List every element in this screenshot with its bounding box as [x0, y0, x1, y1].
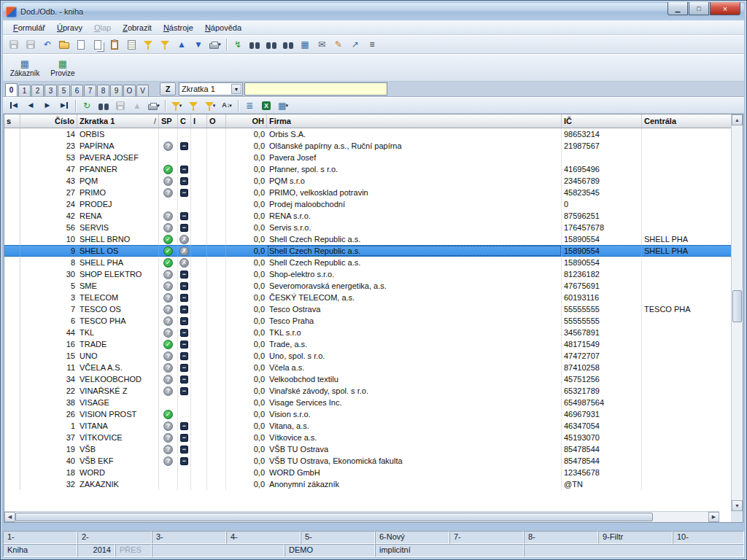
- search-column-combo[interactable]: Zkratka 1 ▼: [179, 82, 243, 96]
- numbered-list-icon[interactable]: ≣: [241, 98, 258, 113]
- vertical-scrollbar[interactable]: ▲ ▼: [731, 114, 743, 511]
- table-row[interactable]: 30SHOP ELEKTRO?−0,0Shop-elektro s.r.o.81…: [4, 268, 731, 280]
- table-row[interactable]: 44TKL?−0,0TKL s.r.o34567891: [4, 327, 731, 338]
- tab-o[interactable]: O: [123, 85, 136, 96]
- move-down-icon[interactable]: ▼: [190, 37, 206, 52]
- chevron-down-icon[interactable]: ▾: [285, 103, 288, 109]
- column-header-ic[interactable]: IČ: [562, 114, 642, 128]
- filter-add-icon[interactable]: [157, 37, 173, 52]
- excel-icon[interactable]: X: [258, 98, 274, 113]
- column-header-c[interactable]: C: [178, 114, 191, 128]
- new-icon[interactable]: [73, 37, 89, 52]
- table-row[interactable]: 43PQM?−0,0PQM s.r.o23456789: [4, 175, 731, 187]
- table-row[interactable]: 24PRODEJ0,0Prodej maloobchodní0: [4, 198, 731, 210]
- minimize-button[interactable]: ▁: [667, 2, 688, 15]
- table-row[interactable]: 1VITANA?−0,0Vitana, a.s.46347054: [4, 420, 731, 432]
- scroll-left-button[interactable]: ◀: [4, 512, 15, 522]
- edit-icon[interactable]: ✎: [330, 37, 347, 52]
- search-input[interactable]: [244, 82, 387, 96]
- z-button[interactable]: Z: [160, 82, 176, 96]
- tab-6[interactable]: 6: [71, 85, 83, 96]
- table-row[interactable]: 22VINAŘSKÉ Z?−0,0Vinařské závody, spol. …: [4, 385, 731, 397]
- vertical-scroll-track[interactable]: [732, 125, 743, 500]
- provize-button[interactable]: ▦ Provize: [45, 55, 80, 80]
- undo-icon[interactable]: ↶: [39, 37, 55, 52]
- table-row[interactable]: 38VISAGE0,0Visage Services Inc.654987564: [4, 397, 731, 408]
- move-up-icon[interactable]: ▲: [174, 37, 190, 52]
- chevron-down-icon[interactable]: ▾: [229, 103, 232, 109]
- prev-icon[interactable]: ◀: [23, 98, 39, 113]
- table-row[interactable]: 53PAVERA JOSEF0,0Pavera Josef: [4, 152, 731, 163]
- close-button[interactable]: ×: [710, 2, 740, 15]
- open-icon[interactable]: [56, 37, 72, 52]
- column-header-i[interactable]: I: [191, 114, 207, 128]
- scroll-right-button[interactable]: ▶: [708, 512, 719, 522]
- vertical-scroll-thumb[interactable]: [732, 290, 742, 322]
- table-row[interactable]: 56SERVIS?−0,0Servis s.r.o.176457678: [4, 222, 731, 233]
- column-header-s[interactable]: s: [4, 114, 20, 128]
- column-header-firma[interactable]: Firma: [267, 114, 562, 128]
- print-icon[interactable]: ▾: [146, 98, 162, 113]
- next-icon[interactable]: ▶: [39, 98, 55, 113]
- find-next-icon[interactable]: [263, 37, 279, 52]
- table-row[interactable]: 3TELECOM?−0,0ČESKÝ TELECOM, a.s.60193116: [4, 292, 731, 303]
- sort-icon[interactable]: A↓▾: [219, 98, 235, 113]
- table-row[interactable]: 10SHELL BRNO✓✗0,0Shell Czech Republic a.…: [4, 233, 731, 245]
- table-row[interactable]: 40VŠB EKF?−0,0VŠB TU Ostrava, Ekonomická…: [4, 455, 731, 467]
- scroll-down-button[interactable]: ▼: [732, 500, 743, 511]
- table-row[interactable]: 18WORD0,0WORD GmbH12345678: [4, 467, 731, 478]
- process-icon[interactable]: ↯: [230, 37, 246, 52]
- table-row[interactable]: 26VISION PROST✓0,0Vision s.r.o.46967931: [4, 408, 731, 420]
- paste-icon[interactable]: [107, 37, 123, 52]
- find-special-icon[interactable]: [280, 37, 296, 52]
- filter-icon[interactable]: ▾: [169, 98, 185, 113]
- table-row[interactable]: 47PFANNER✓−0,0Pfanner, spol. s r.o.41695…: [4, 163, 731, 175]
- chevron-down-icon[interactable]: ▼: [231, 84, 241, 94]
- table-row[interactable]: 16TRADE✓−0,0Trade, a.s.48171549: [4, 338, 731, 350]
- table-row[interactable]: 34VELKOOBCHOD?−0,0Velkoobchod textilu457…: [4, 373, 731, 385]
- menu-icon[interactable]: ≡: [364, 37, 380, 52]
- column-header-sp[interactable]: SP: [159, 114, 178, 128]
- table-row[interactable]: 19VŠB?−0,0VŠB TU Ostrava85478544: [4, 443, 731, 455]
- filter-edit-icon[interactable]: ▾: [202, 98, 218, 113]
- table-row[interactable]: 42RENA?−0,0RENA s.r.o.87596251: [4, 210, 731, 222]
- menu-item-nastroje[interactable]: Nástroje: [158, 22, 199, 34]
- menu-item-zobrazit[interactable]: Zobrazit: [117, 22, 158, 34]
- restore-button[interactable]: □: [689, 2, 709, 15]
- filter-clear-icon[interactable]: [185, 98, 201, 113]
- menu-item-napoveda[interactable]: Nápověda: [199, 22, 247, 34]
- scroll-up-button[interactable]: ▲: [732, 114, 743, 125]
- last-icon[interactable]: ▶: [56, 98, 72, 113]
- tab-9[interactable]: 9: [110, 85, 123, 96]
- find-icon[interactable]: [96, 98, 112, 113]
- table-small-icon[interactable]: ▦: [297, 37, 313, 52]
- table-row[interactable]: 8SHELL PHA✓✗0,0Shell Czech Republic a.s.…: [4, 257, 731, 268]
- export-icon[interactable]: ↗: [347, 37, 363, 52]
- tab-3[interactable]: 3: [44, 85, 57, 96]
- notes-icon[interactable]: [123, 37, 139, 52]
- table-row[interactable]: 9SHELL OS✓✗0,0Shell Czech Republic a.s.1…: [4, 245, 731, 257]
- refresh-icon[interactable]: ↻: [79, 98, 95, 113]
- tab-v[interactable]: V: [136, 85, 149, 96]
- tab-1[interactable]: 1: [18, 85, 31, 96]
- copy-icon[interactable]: [90, 37, 106, 52]
- table-row[interactable]: 27PRIMO?−0,0PRIMO, velkosklad potravin45…: [4, 187, 731, 198]
- table-row[interactable]: 7TESCO OS?−0,0Tesco Ostrava55555555TESCO…: [4, 303, 731, 315]
- print-icon[interactable]: ▾: [207, 37, 223, 52]
- table-row[interactable]: 5SME?−0,0Severomoravská energetika, a.s.…: [4, 280, 731, 292]
- column-header-cislo[interactable]: Číslo: [20, 114, 77, 128]
- zakaznik-button[interactable]: ▦ Zákazník: [7, 55, 42, 80]
- table-row[interactable]: 32ZAKAZNIK0,0Anonymní zákazník@TN: [4, 478, 731, 490]
- column-header-zkratka[interactable]: Zkratka 1 /: [77, 114, 159, 128]
- table-row[interactable]: 11VČELA A.S.?−0,0Včela a.s.87410258: [4, 362, 731, 373]
- menu-item-formular[interactable]: Formulář: [7, 22, 51, 34]
- tab-5[interactable]: 5: [58, 85, 70, 96]
- filter-icon[interactable]: [140, 37, 156, 52]
- column-header-o[interactable]: O: [207, 114, 226, 128]
- table-row[interactable]: 14ORBIS0,0Orbis S.A.98653214: [4, 128, 731, 140]
- mail-icon[interactable]: ✉: [314, 37, 330, 52]
- table-row[interactable]: 23PAPÍRNA?−0,0Olšanské papírny a.s., Ruč…: [4, 140, 731, 152]
- tab-8[interactable]: 8: [97, 85, 109, 96]
- horizontal-scroll-thumb[interactable]: [15, 513, 653, 521]
- column-header-oh[interactable]: OH: [226, 114, 267, 128]
